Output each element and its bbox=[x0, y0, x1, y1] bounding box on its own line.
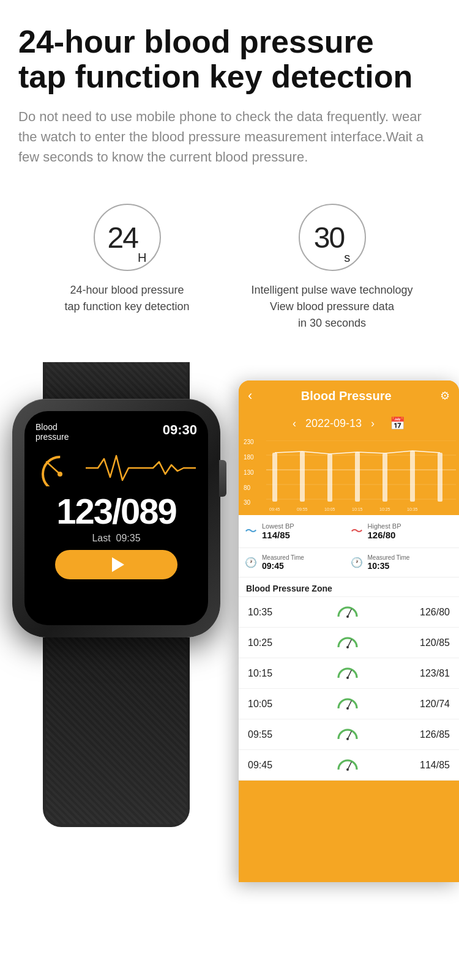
y-label-30: 30 bbox=[244, 499, 254, 506]
watch-body: Bloodpressure 09:30 bbox=[12, 399, 220, 815]
svg-text:10:05: 10:05 bbox=[324, 507, 335, 511]
bp-list: 10:35 126/80 10:25 bbox=[239, 597, 459, 781]
bp-reading-0: 126/80 bbox=[407, 607, 450, 618]
watch-container: Bloodpressure 09:30 bbox=[0, 362, 251, 913]
lowest-bp-card: 〜 Lowest BP 114/85 bbox=[245, 522, 348, 540]
watch-case: Bloodpressure 09:30 bbox=[12, 399, 220, 637]
svg-line-21 bbox=[348, 609, 351, 617]
bp-time-4: 09:55 bbox=[248, 729, 288, 740]
bp-time-3: 10:05 bbox=[248, 699, 288, 710]
svg-line-25 bbox=[348, 670, 351, 678]
screen-content: Bloodpressure 09:30 bbox=[24, 411, 208, 625]
highest-bp-value: 126/80 bbox=[368, 530, 401, 540]
bp-time-0: 10:35 bbox=[248, 607, 288, 618]
watch-play-button[interactable] bbox=[55, 550, 177, 579]
calendar-icon[interactable]: 📅 bbox=[390, 416, 405, 431]
svg-point-2 bbox=[58, 472, 62, 477]
bp-reading-1: 120/85 bbox=[407, 637, 450, 648]
app-back-button[interactable]: ‹ bbox=[248, 388, 252, 404]
feature-label-30s: Intelligent pulse wave technology View b… bbox=[251, 282, 412, 332]
zone-label: Blood Pressure Zone bbox=[239, 577, 459, 597]
watch-side-button[interactable] bbox=[219, 460, 226, 497]
svg-rect-13 bbox=[410, 451, 415, 502]
feature-value-24: 24 bbox=[108, 221, 138, 254]
watch-bp-value: 123/089 bbox=[35, 491, 197, 532]
svg-rect-11 bbox=[355, 452, 360, 502]
svg-point-32 bbox=[346, 768, 349, 771]
feature-circle-24h: 24 H bbox=[94, 204, 161, 271]
app-header: ‹ Blood Pressure ⚙ bbox=[239, 380, 459, 411]
measured-time-label-1: Measured Time bbox=[262, 554, 304, 561]
main-title: 24-hour blood pressure tap function key … bbox=[18, 24, 441, 94]
feature-label-24h: 24-hour blood pressure tap function key … bbox=[64, 282, 189, 315]
gauge-container bbox=[35, 450, 197, 486]
svg-text:09:55: 09:55 bbox=[297, 507, 308, 511]
svg-point-22 bbox=[346, 615, 349, 618]
subtitle-text: Do not need to use mobile phone to check… bbox=[18, 106, 441, 167]
svg-rect-12 bbox=[382, 453, 387, 502]
measured-time-2: 🕐 Measured Time 10:35 bbox=[351, 554, 453, 571]
svg-line-31 bbox=[348, 762, 351, 770]
highest-bp-label: Highest BP bbox=[368, 522, 401, 530]
svg-text:10:15: 10:15 bbox=[352, 507, 363, 511]
svg-point-24 bbox=[346, 646, 349, 648]
header-section: 24-hour blood pressure tap function key … bbox=[0, 0, 459, 179]
app-title: Blood Pressure bbox=[301, 389, 392, 403]
chart-area: 230 180 130 80 30 bbox=[239, 436, 459, 515]
lowest-bp-label: Lowest BP bbox=[262, 522, 294, 530]
feature-value-30: 30 bbox=[314, 221, 344, 254]
bp-gauge-0 bbox=[288, 604, 407, 620]
bp-time-2: 10:15 bbox=[248, 668, 288, 679]
watch-screen: Bloodpressure 09:30 bbox=[24, 411, 208, 625]
bp-reading-3: 120/74 bbox=[407, 699, 450, 710]
measured-time-value-1: 09:45 bbox=[262, 561, 304, 571]
lowest-bp-info: Lowest BP 114/85 bbox=[262, 522, 294, 540]
screen-top-row: Bloodpressure 09:30 bbox=[35, 422, 197, 442]
bp-row: 10:25 120/85 bbox=[239, 628, 459, 658]
date-nav: ‹ 2022-09-13 › 📅 bbox=[239, 411, 459, 436]
svg-text:10:25: 10:25 bbox=[379, 507, 390, 511]
date-next-button[interactable]: › bbox=[371, 417, 375, 430]
bp-gauge-1 bbox=[288, 635, 407, 650]
feature-24h: 24 H 24-hour blood pressure tap function… bbox=[29, 204, 226, 315]
feature-circle-30s: 30 s bbox=[299, 204, 366, 271]
title-line1: 24-hour blood pressure bbox=[18, 24, 374, 59]
svg-text:10:35: 10:35 bbox=[407, 507, 418, 511]
svg-rect-10 bbox=[327, 454, 332, 502]
bp-row: 10:35 126/80 bbox=[239, 597, 459, 628]
play-triangle-icon bbox=[112, 557, 124, 572]
svg-line-27 bbox=[348, 701, 351, 708]
highest-bp-icon: 〜 bbox=[351, 523, 363, 540]
strap-bottom bbox=[43, 637, 190, 827]
svg-rect-9 bbox=[300, 451, 305, 502]
svg-point-28 bbox=[346, 707, 349, 710]
svg-line-29 bbox=[348, 732, 351, 739]
bp-gauge-4 bbox=[288, 727, 407, 742]
lowest-bp-value: 114/85 bbox=[262, 530, 294, 540]
bp-reading-5: 114/85 bbox=[407, 760, 450, 771]
bp-gauge-5 bbox=[288, 757, 407, 773]
bp-time-5: 09:45 bbox=[248, 760, 288, 771]
date-text: 2022-09-13 bbox=[305, 417, 362, 430]
svg-line-1 bbox=[47, 462, 60, 474]
bp-reading-4: 126/85 bbox=[407, 729, 450, 740]
y-label-230: 230 bbox=[244, 439, 254, 445]
bp-row: 09:45 114/85 bbox=[239, 750, 459, 781]
chart-y-labels: 230 180 130 80 30 bbox=[244, 439, 254, 506]
feature-unit-h: H bbox=[138, 251, 146, 265]
features-section: 24 H 24-hour blood pressure tap function… bbox=[0, 179, 459, 344]
measured-time-value-2: 10:35 bbox=[368, 561, 410, 571]
clock-icon-2: 🕐 bbox=[351, 557, 363, 568]
watch-time: 09:30 bbox=[163, 422, 197, 438]
y-label-130: 130 bbox=[244, 469, 254, 476]
feature-unit-s: s bbox=[344, 251, 350, 265]
time-row: 🕐 Measured Time 09:45 🕐 Measured Time 10… bbox=[239, 548, 459, 577]
bp-gauge-3 bbox=[288, 696, 407, 711]
date-prev-button[interactable]: ‹ bbox=[293, 417, 296, 430]
svg-rect-8 bbox=[272, 453, 277, 502]
app-settings-icon[interactable]: ⚙ bbox=[440, 389, 450, 403]
svg-rect-14 bbox=[438, 453, 442, 502]
bp-row: 10:05 120/74 bbox=[239, 689, 459, 719]
feature-30s: 30 s Intelligent pulse wave technology V… bbox=[234, 204, 431, 332]
chart-svg: 09:45 09:55 10:05 10:15 10:25 10:35 bbox=[266, 440, 453, 514]
